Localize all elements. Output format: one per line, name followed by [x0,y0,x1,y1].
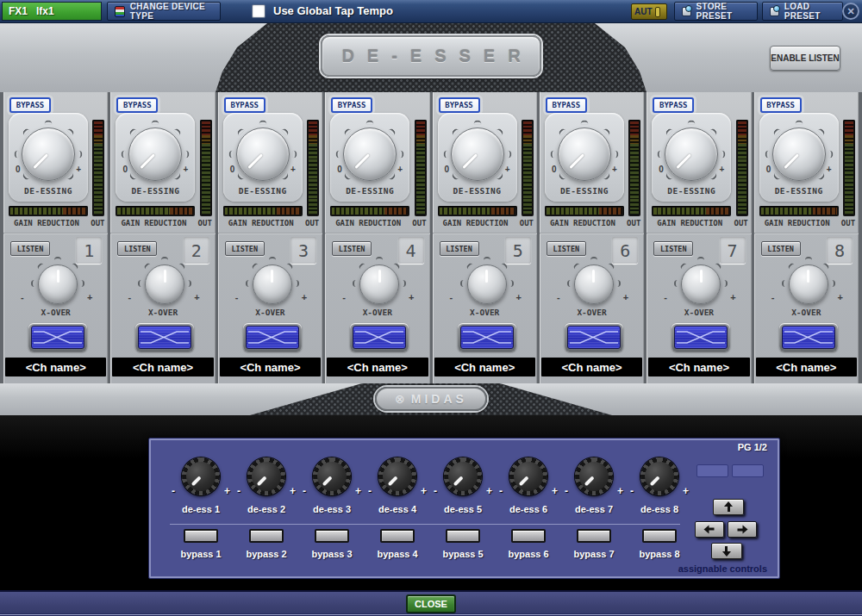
deessing-label: DE-ESSING [759,186,839,196]
assignable-knob[interactable] [575,457,613,495]
xover-knob[interactable] [38,264,78,304]
xover-display [243,323,302,352]
bypass-button[interactable]: BYPASS [116,97,158,113]
nav-left-button[interactable] [695,521,724,538]
bypass-button[interactable]: BYPASS [439,97,480,113]
assignable-button-unit: bypass 4 [363,529,432,559]
deessing-knob[interactable] [772,128,826,181]
assignable-knob[interactable] [509,457,547,495]
deessing-label: DE-ESSING [652,186,731,196]
page-button-2[interactable] [732,464,764,477]
assignable-button-unit: bypass 2 [232,529,301,559]
strip-divider [540,233,644,234]
xover-knob[interactable] [467,264,507,304]
xover-max-label: + [302,292,307,302]
bypass-button[interactable]: BYPASS [224,97,265,113]
deessing-knob[interactable] [236,128,290,181]
assignable-bypass-button[interactable] [380,529,415,543]
out-meter [200,120,212,216]
right-arrow-icon [737,524,748,536]
xover-knob[interactable] [145,264,184,304]
nav-right-button[interactable] [728,521,757,538]
bypass-button[interactable]: BYPASS [760,97,802,113]
out-meter [843,120,855,216]
close-button[interactable]: CLOSE [406,594,456,613]
global-tap-tempo-label: Use Global Tap Tempo [273,4,393,17]
bypass-button[interactable]: BYPASS [653,97,694,113]
knob-max-label: + [552,485,558,497]
listen-button[interactable]: LISTEN [225,241,265,256]
out-meter [307,120,319,216]
deessing-knob[interactable] [451,128,504,181]
xover-knob[interactable] [253,264,292,304]
assignable-knob[interactable] [182,457,220,495]
deessing-knob[interactable] [343,128,397,181]
assignable-button-unit: bypass 3 [297,529,366,559]
nav-down-button[interactable] [711,543,742,559]
listen-button[interactable]: LISTEN [440,241,479,256]
aut-button[interactable]: AUT [631,3,667,20]
global-tap-tempo-checkbox[interactable] [252,4,265,18]
assignable-bypass-button[interactable] [642,529,677,543]
knob-max-label: + [827,165,832,174]
deessing-knob[interactable] [128,128,182,181]
deessing-knob[interactable] [665,128,718,181]
deessing-knob[interactable] [22,128,75,181]
xover-knob[interactable] [359,264,399,304]
assignable-knob-label: de-ess 2 [232,504,301,514]
listen-button[interactable]: LISTEN [332,241,372,256]
channel-number: 8 [827,237,853,264]
assignable-knob[interactable] [247,457,285,495]
close-window-icon[interactable]: ✕ [842,3,859,20]
page-button-1[interactable] [696,464,728,477]
plugin-title-plate: DE-ESSER [321,35,541,77]
listen-button[interactable]: LISTEN [10,241,50,256]
channel-name: <Ch name> [541,358,642,376]
xover-min-label: - [342,292,346,302]
store-preset-button[interactable]: STORE PRESET [674,2,758,21]
xover-knob[interactable] [681,264,721,304]
assignable-bypass-button[interactable] [577,529,611,543]
out-label: OUT [624,219,643,227]
knob-pointer [807,270,809,283]
crossover-curve-icon [675,327,727,348]
bypass-button[interactable]: BYPASS [9,97,51,113]
fx-name: lfx1 [36,5,54,17]
nav-up-button[interactable] [713,499,744,515]
fx-slot-label[interactable]: FX1 lfx1 [2,2,102,21]
assignable-button-unit: bypass 8 [625,529,694,559]
listen-button[interactable]: LISTEN [761,241,801,256]
bypass-button[interactable]: BYPASS [331,97,372,113]
xover-knob[interactable] [789,264,828,304]
assignable-knob[interactable] [444,457,482,495]
change-device-type-button[interactable]: CHANGE DEVICE TYPE [107,2,221,21]
assignable-knob-label: de-ess 1 [166,504,235,514]
listen-button[interactable]: LISTEN [547,241,586,256]
assignable-bypass-button[interactable] [511,529,546,543]
assignable-bypass-button[interactable] [446,529,480,543]
listen-button[interactable]: LISTEN [653,241,693,256]
plugin-panel: DE-ESSER ENABLE LISTEN BYPASS 0 + DE-ESS… [0,23,862,415]
knob-pointer [141,154,156,170]
assignable-bypass-button[interactable] [249,529,284,543]
assignable-knob[interactable] [378,457,416,495]
load-preset-button[interactable]: LOAD PRESET [762,2,843,21]
gain-reduction-meter [759,206,839,216]
deessing-knob-plate: 0 + DE-ESSING [9,113,88,202]
knob-max-label: + [224,485,230,497]
assignable-knob[interactable] [640,457,678,495]
deessing-knob-plate: 0 + DE-ESSING [652,113,731,202]
crossover-curve-screen [674,326,728,349]
assignable-knob[interactable] [313,457,351,495]
xover-knob[interactable] [574,264,614,304]
crossover-curve-screen [353,326,406,349]
channel-strip: BYPASS 0 + DE-ESSING GAIN REDUCTION OUT … [3,92,108,383]
enable-listen-button[interactable]: ENABLE LISTEN [770,46,840,71]
assignable-bypass-button[interactable] [184,529,218,543]
deessing-label: DE-ESSING [116,186,195,196]
listen-button[interactable]: LISTEN [117,241,157,256]
deessing-knob[interactable] [558,128,611,181]
xover-display [28,323,87,352]
bypass-button[interactable]: BYPASS [546,97,587,113]
assignable-bypass-button[interactable] [315,529,349,543]
